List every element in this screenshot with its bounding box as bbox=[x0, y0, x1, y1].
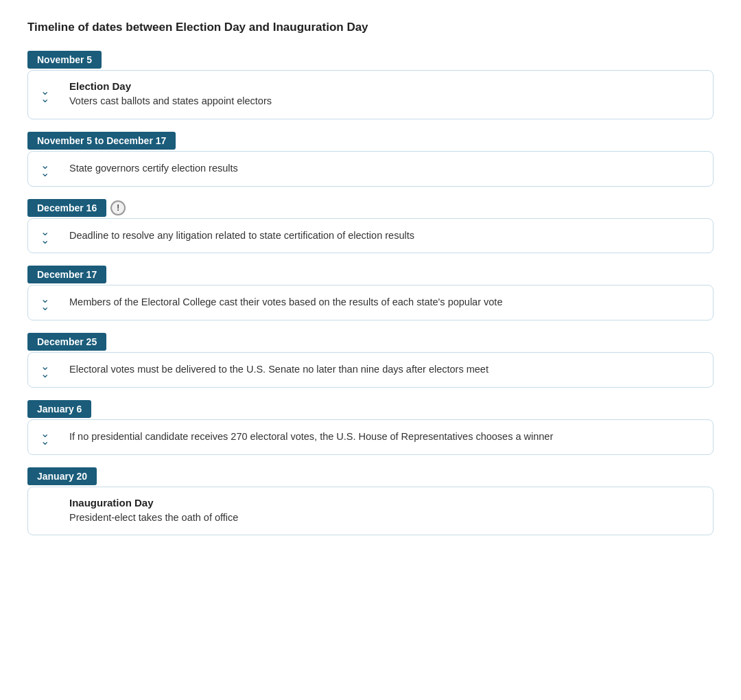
date-badge-nov5-dec17: November 5 to December 17 bbox=[27, 132, 176, 150]
content-title-nov5: Election Day bbox=[69, 80, 701, 92]
timeline-item-dec16: December 16!⌄⌄Deadline to resolve any li… bbox=[27, 199, 714, 254]
date-badge-jan20: January 20 bbox=[27, 467, 97, 485]
date-badge-nov5: November 5 bbox=[27, 51, 102, 69]
content-box-dec16: ⌄⌄Deadline to resolve any litigation rel… bbox=[27, 218, 714, 254]
content-text-nov5-dec17: State governors certify election results bbox=[69, 161, 701, 176]
date-badge-dec17: December 17 bbox=[27, 266, 106, 283]
content-text-dec17: Members of the Electoral College cast th… bbox=[69, 295, 701, 310]
date-row-dec25: December 25 bbox=[27, 333, 714, 351]
date-badge-jan6: January 6 bbox=[27, 400, 91, 418]
content-text-dec25: Electoral votes must be delivered to the… bbox=[69, 362, 701, 377]
timeline-item-dec17: December 17⌄⌄Members of the Electoral Co… bbox=[27, 266, 714, 320]
timeline-item-jan20: January 20Inauguration DayPresident-elec… bbox=[27, 467, 714, 536]
content-text-jan20: President-elect takes the oath of office bbox=[69, 511, 701, 526]
alert-icon: ! bbox=[110, 200, 126, 215]
date-row-dec16: December 16! bbox=[27, 199, 714, 217]
chevron-down-icon: ⌄⌄ bbox=[40, 295, 49, 310]
content-box-nov5-dec17: ⌄⌄State governors certify election resul… bbox=[27, 151, 714, 187]
date-row-jan6: January 6 bbox=[27, 400, 714, 418]
chevron-down-icon: ⌄⌄ bbox=[40, 362, 49, 377]
timeline-item-jan6: January 6⌄⌄If no presidential candidate … bbox=[27, 400, 714, 455]
chevron-down-icon: ⌄⌄ bbox=[40, 228, 49, 243]
timeline-item-dec25: December 25⌄⌄Electoral votes must be del… bbox=[27, 333, 714, 388]
content-text-nov5: Voters cast ballots and states appoint e… bbox=[69, 94, 701, 109]
date-badge-dec16: December 16 bbox=[27, 199, 106, 217]
page-title: Timeline of dates between Election Day a… bbox=[27, 21, 714, 34]
content-box-dec25: ⌄⌄Electoral votes must be delivered to t… bbox=[27, 352, 714, 388]
date-row-nov5: November 5 bbox=[27, 51, 714, 69]
content-text-jan6: If no presidential candidate receives 27… bbox=[69, 430, 701, 445]
content-box-jan20: Inauguration DayPresident-elect takes th… bbox=[27, 487, 714, 536]
content-title-jan20: Inauguration Day bbox=[69, 497, 701, 509]
content-box-dec17: ⌄⌄Members of the Electoral College cast … bbox=[27, 285, 714, 320]
content-text-dec16: Deadline to resolve any litigation relat… bbox=[69, 229, 701, 244]
chevron-down-icon: ⌄⌄ bbox=[40, 161, 49, 176]
content-box-nov5: ⌄⌄Election DayVoters cast ballots and st… bbox=[27, 70, 714, 119]
timeline-item-nov5: November 5⌄⌄Election DayVoters cast ball… bbox=[27, 51, 714, 119]
timeline: November 5⌄⌄Election DayVoters cast ball… bbox=[27, 51, 714, 535]
date-row-jan20: January 20 bbox=[27, 467, 714, 485]
content-box-jan6: ⌄⌄If no presidential candidate receives … bbox=[27, 419, 714, 455]
timeline-item-nov5-dec17: November 5 to December 17⌄⌄State governo… bbox=[27, 132, 714, 187]
chevron-down-icon: ⌄⌄ bbox=[40, 429, 49, 444]
date-row-nov5-dec17: November 5 to December 17 bbox=[27, 132, 714, 150]
chevron-down-icon: ⌄⌄ bbox=[40, 87, 49, 102]
date-badge-dec25: December 25 bbox=[27, 333, 106, 351]
date-row-dec17: December 17 bbox=[27, 266, 714, 283]
